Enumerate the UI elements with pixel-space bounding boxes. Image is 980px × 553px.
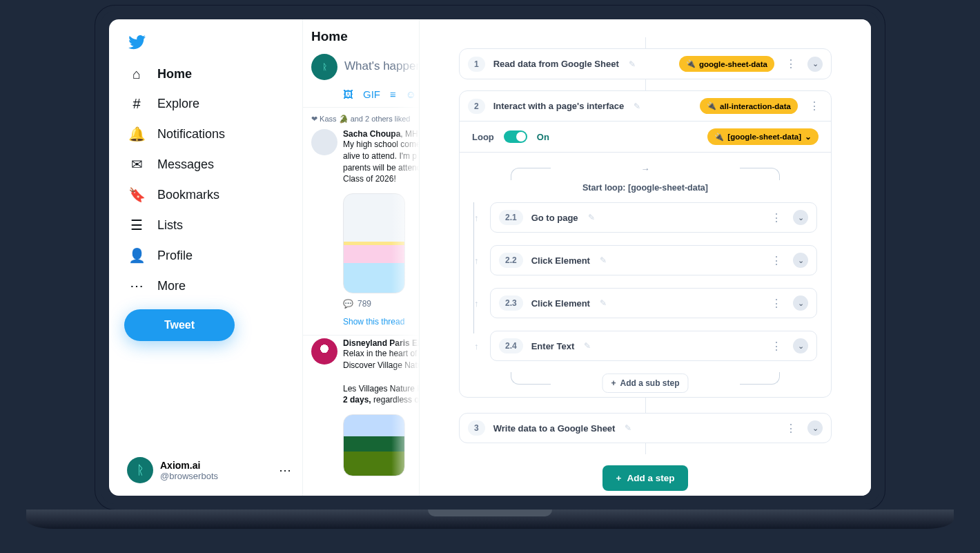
nav-more[interactable]: ⋯More bbox=[121, 271, 297, 301]
edit-icon[interactable]: ✎ bbox=[584, 341, 591, 351]
substep-header[interactable]: 2.2 Click Element ✎ ⋮ ⌄ bbox=[491, 246, 816, 275]
substep-title: Click Element bbox=[531, 255, 590, 266]
edit-icon[interactable]: ✎ bbox=[600, 298, 607, 308]
chevron-down-icon: ⌄ bbox=[805, 132, 812, 142]
arrow-right-icon: → bbox=[641, 164, 650, 174]
account-name: Axiom.ai bbox=[160, 460, 218, 471]
substep-title: Click Element bbox=[531, 298, 590, 309]
envelope-icon: ✉ bbox=[128, 156, 145, 173]
substep-header[interactable]: 2.3 Click Element ✎ ⋮ ⌄ bbox=[491, 289, 816, 318]
nav-bookmarks-label: Bookmarks bbox=[157, 188, 219, 202]
connector bbox=[645, 37, 646, 48]
nav-bookmarks[interactable]: 🔖Bookmarks bbox=[121, 180, 297, 210]
substep-header[interactable]: 2.4 Enter Text ✎ ⋮ ⌄ bbox=[491, 331, 816, 360]
nav-home[interactable]: ⌂Home bbox=[121, 59, 297, 89]
hash-icon: # bbox=[128, 96, 145, 112]
step-header[interactable]: 1 Read data from Google Sheet ✎ 🔌google-… bbox=[460, 49, 831, 79]
nav-lists[interactable]: ☰Lists bbox=[121, 210, 297, 240]
step-header[interactable]: 3 Write data to a Google Sheet ✎ ⋮ ⌄ bbox=[460, 414, 831, 443]
tweet-button[interactable]: Tweet bbox=[124, 309, 235, 341]
expand-icon[interactable]: ⌄ bbox=[793, 338, 808, 353]
step-menu-icon[interactable]: ⋮ bbox=[806, 99, 823, 113]
nav-lists-label: Lists bbox=[157, 218, 183, 233]
substep-2-2: 2.2 Click Element ✎ ⋮ ⌄ bbox=[490, 245, 817, 275]
expand-icon[interactable]: ⌄ bbox=[793, 295, 808, 311]
edit-icon[interactable]: ✎ bbox=[600, 255, 607, 265]
compose-avatar-icon: ᚱ bbox=[311, 54, 337, 80]
plus-icon: + bbox=[611, 378, 616, 388]
plug-icon: 🔌 bbox=[686, 59, 696, 68]
add-substep-button[interactable]: +Add a sub step bbox=[602, 373, 688, 393]
substep-2-1: 2.1 Go to page ✎ ⋮ ⌄ bbox=[490, 202, 817, 233]
loop-bar: Loop On 🔌[google-sheet-data] ⌄ bbox=[460, 121, 831, 152]
nav-notifications-label: Notifications bbox=[157, 127, 225, 142]
step-menu-icon[interactable]: ⋮ bbox=[783, 57, 799, 70]
expand-icon[interactable]: ⌄ bbox=[793, 253, 808, 268]
reply-icon[interactable]: 💬 bbox=[343, 299, 353, 309]
substep-title: Go to page bbox=[531, 213, 578, 223]
expand-icon[interactable]: ⌄ bbox=[793, 210, 808, 225]
substep-2-3: 2.3 Click Element ✎ ⋮ ⌄ bbox=[490, 288, 817, 318]
nav-messages-label: Messages bbox=[157, 157, 214, 172]
connector bbox=[645, 398, 646, 413]
loop-bottom-connector: ← +Add a sub step bbox=[473, 371, 817, 385]
reply-count: 789 bbox=[357, 299, 371, 309]
connector bbox=[645, 443, 646, 454]
nav-messages[interactable]: ✉Messages bbox=[121, 149, 297, 180]
substep-menu-icon[interactable]: ⋮ bbox=[768, 340, 785, 353]
twitter-feed: Home ᚱ What's happen 🖼 GIF ≡ ☺ ❤ Kass 🐊 … bbox=[302, 19, 420, 496]
output-chip[interactable]: 🔌google-sheet-data bbox=[679, 56, 774, 72]
step-menu-icon[interactable]: ⋮ bbox=[783, 422, 799, 435]
substep-number: 2.3 bbox=[499, 295, 523, 311]
account-handle: @browserbots bbox=[160, 471, 218, 481]
step-title: Write data to a Google Sheet bbox=[493, 423, 616, 434]
twitter-sidebar: ⌂Home #Explore 🔔Notifications ✉Messages … bbox=[109, 19, 302, 496]
laptop-base bbox=[26, 510, 954, 529]
loop-source-chip[interactable]: 🔌[google-sheet-data] ⌄ bbox=[707, 128, 819, 145]
gif-icon[interactable]: GIF bbox=[363, 88, 380, 100]
loop-toggle[interactable] bbox=[504, 130, 527, 143]
bell-icon: 🔔 bbox=[128, 126, 145, 142]
more-icon: ⋯ bbox=[128, 278, 145, 294]
substep-number: 2.4 bbox=[499, 338, 523, 353]
screen: ⌂Home #Explore 🔔Notifications ✉Messages … bbox=[109, 19, 871, 496]
edit-icon[interactable]: ✎ bbox=[625, 423, 631, 433]
expand-icon[interactable]: ⌄ bbox=[807, 57, 823, 72]
nav-notifications[interactable]: 🔔Notifications bbox=[121, 119, 297, 149]
image-icon[interactable]: 🖼 bbox=[343, 88, 353, 100]
person-icon: 👤 bbox=[128, 247, 145, 264]
twitter-logo-icon[interactable] bbox=[121, 29, 297, 55]
edit-icon[interactable]: ✎ bbox=[629, 59, 636, 69]
bookmark-icon: 🔖 bbox=[128, 186, 145, 203]
account-menu-icon: ⋯ bbox=[279, 463, 291, 478]
nav-explore[interactable]: #Explore bbox=[121, 89, 297, 119]
add-step-button[interactable]: +Add a step bbox=[602, 465, 689, 491]
edit-icon[interactable]: ✎ bbox=[588, 213, 595, 222]
substep-menu-icon[interactable]: ⋮ bbox=[768, 297, 785, 310]
tweet-avatar-icon bbox=[311, 338, 337, 365]
substep-2-4: 2.4 Enter Text ✎ ⋮ ⌄ bbox=[490, 331, 817, 361]
loop-body: → Start loop: [google-sheet-data] 2.1 Go… bbox=[460, 152, 831, 397]
edit-icon[interactable]: ✎ bbox=[634, 101, 640, 111]
plug-icon: 🔌 bbox=[707, 101, 716, 110]
account-switcher[interactable]: ᚱ Axiom.ai @browserbots ⋯ bbox=[121, 452, 297, 489]
laptop-frame: ⌂Home #Explore 🔔Notifications ✉Messages … bbox=[95, 6, 885, 529]
step-number: 3 bbox=[468, 420, 485, 436]
loop-label: Loop bbox=[472, 132, 494, 142]
nav-more-label: More bbox=[157, 279, 186, 293]
laptop-bezel: ⌂Home #Explore 🔔Notifications ✉Messages … bbox=[95, 6, 885, 510]
step-header[interactable]: 2 Interact with a page's interface ✎ 🔌al… bbox=[460, 91, 831, 121]
expand-icon[interactable]: ⌄ bbox=[807, 420, 823, 436]
plug-icon: 🔌 bbox=[714, 133, 724, 142]
tweet-avatar-icon bbox=[311, 129, 337, 155]
step-number: 1 bbox=[468, 57, 485, 72]
account-avatar-icon: ᚱ bbox=[127, 457, 153, 483]
substep-header[interactable]: 2.1 Go to page ✎ ⋮ ⌄ bbox=[491, 203, 816, 232]
step-2: 2 Interact with a page's interface ✎ 🔌al… bbox=[459, 90, 832, 398]
output-chip[interactable]: 🔌all-interaction-data bbox=[700, 98, 798, 114]
substep-menu-icon[interactable]: ⋮ bbox=[768, 254, 785, 267]
nav-profile-label: Profile bbox=[157, 249, 193, 263]
substep-menu-icon[interactable]: ⋮ bbox=[768, 211, 785, 224]
nav-profile[interactable]: 👤Profile bbox=[121, 240, 297, 271]
home-icon: ⌂ bbox=[128, 66, 145, 82]
